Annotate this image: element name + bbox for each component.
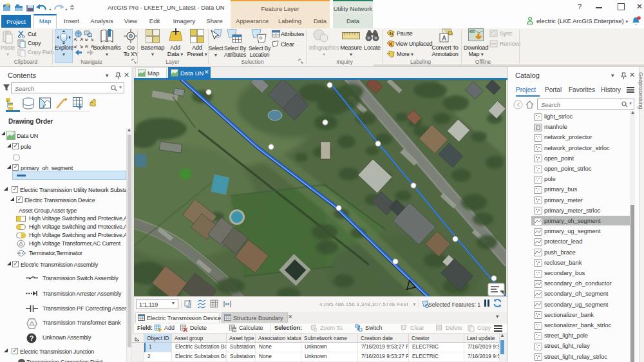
svg-text:?: ? [30,334,34,342]
svg-text:A: A [442,35,446,42]
